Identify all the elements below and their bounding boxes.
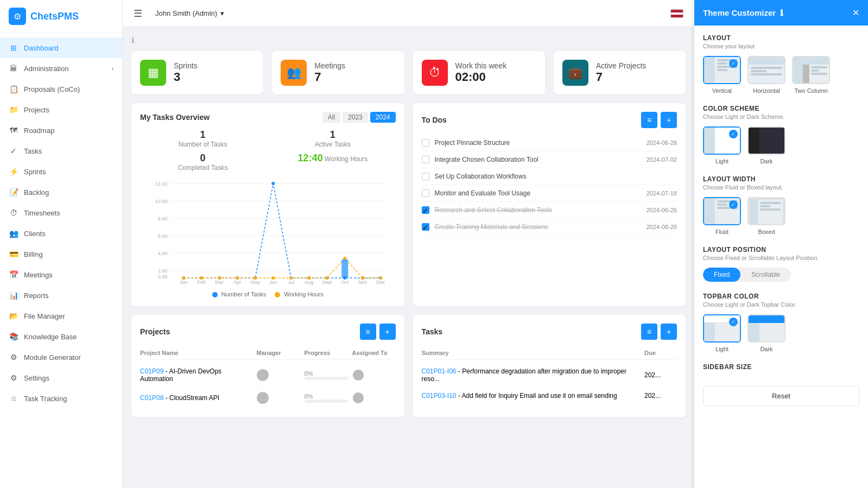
language-flag[interactable]: [670, 9, 683, 18]
task-link-1[interactable]: C01P03-I10: [422, 392, 457, 400]
sidebar-item-timesheets[interactable]: ⏱ Timesheets: [0, 202, 122, 223]
todo-item-4: Monitor and Evaluate Tool Usage 2024-07-…: [422, 185, 677, 202]
topbar-dark[interactable]: Dark: [747, 314, 785, 352]
layout-two-column[interactable]: Two Column: [792, 56, 830, 94]
svg-text:Mar: Mar: [216, 280, 224, 285]
sidebar-item-backlog[interactable]: 📝 Backlog: [0, 182, 122, 202]
layout-position-desc: Choose Fixed or Scrollable Layout Positi…: [703, 255, 859, 261]
sidebar-item-roadmap[interactable]: 🗺 Roadmap: [0, 120, 122, 141]
todos-panel: To Dos ≡ + Project Pinnacle Structure 20…: [413, 103, 686, 306]
tasks-list-btn[interactable]: ≡: [641, 324, 657, 340]
position-scrollable-btn[interactable]: Scrollable: [740, 268, 791, 282]
todos-title: To Dos: [422, 116, 447, 124]
col-project-name: Project Name: [140, 350, 252, 356]
stat-icon-active-projects: 💼: [562, 60, 588, 86]
project-progress-1: 0%: [305, 393, 348, 403]
hamburger-icon[interactable]: ☰: [134, 8, 142, 20]
nav-label-dashboard: Dashboard: [24, 44, 59, 52]
stat-info-work-week: Work this week 02:00: [455, 61, 507, 84]
sidebar-nav: ⊞ Dashboard 🏛 Administration ›📋 Proposal…: [0, 33, 122, 488]
sidebar-item-settings[interactable]: ⚙ Settings: [0, 367, 122, 388]
todo-checkbox-1[interactable]: [422, 139, 429, 147]
projects-add-btn[interactable]: +: [379, 324, 396, 340]
projects-title: Projects: [140, 327, 170, 336]
layout-vertical[interactable]: ✓ Vertical: [703, 56, 741, 94]
projects-list-btn[interactable]: ≡: [360, 324, 376, 340]
sidebar-item-dashboard[interactable]: ⊞ Dashboard: [0, 37, 122, 58]
todo-checkbox-4[interactable]: [422, 189, 429, 197]
tasks-tab-2024[interactable]: 2024: [370, 112, 396, 123]
sidebar-item-projects[interactable]: 📁 Projects: [0, 99, 122, 120]
layout-horizontal[interactable]: Horizontal: [747, 56, 785, 94]
sidebar-item-task-tracking[interactable]: ☆ Task Tracking: [0, 388, 122, 409]
theme-close-button[interactable]: ✕: [852, 8, 859, 18]
nav-label-administration: Administration: [24, 65, 68, 73]
main-content: ☰ John Smith (Admin) ▾ ℹ ▦ Sprints 3 👥 M…: [123, 0, 694, 488]
tasks-tab-2023[interactable]: 2023: [343, 112, 368, 123]
user-menu[interactable]: John Smith (Admin) ▾: [155, 9, 224, 17]
project-name-0: C01P09 - AI-Driven DevOps Automation: [140, 367, 252, 383]
stat-info-meetings: Meetings 7: [314, 61, 345, 84]
nav-icon-projects: 📁: [9, 105, 18, 115]
nav-label-roadmap: Roadmap: [24, 126, 54, 135]
topbar-color-section: TOPBAR COLOR Choose Light or Dark Topbar…: [703, 293, 859, 352]
layout-two-column-box: [792, 56, 830, 84]
width-boxed[interactable]: Boxed: [747, 197, 785, 235]
svg-point-40: [236, 276, 239, 280]
todo-checkbox-3[interactable]: [422, 173, 429, 180]
tasks-add-btn[interactable]: +: [661, 324, 677, 340]
layout-vertical-label: Vertical: [712, 87, 732, 94]
project-link-0[interactable]: C01P09: [140, 367, 163, 375]
todo-date-1: 2024-06-28: [647, 140, 677, 146]
topbar-light[interactable]: ✓ Light: [703, 314, 741, 352]
sidebar-item-administration[interactable]: 🏛 Administration ›: [0, 58, 122, 79]
scheme-light-check: ✓: [729, 130, 738, 138]
topbar-color-options: ✓ Light: [703, 314, 859, 352]
scheme-light[interactable]: ✓ Light: [703, 126, 741, 164]
todo-checkbox-2[interactable]: [422, 156, 429, 163]
reset-button[interactable]: Reset: [703, 386, 859, 406]
nav-icon-backlog: 📝: [9, 187, 18, 197]
projects-table-header: Project Name Manager Progress Assigned T…: [140, 346, 396, 360]
project-name-1: C01P08 - CloudStream API: [140, 394, 252, 402]
svg-text:Nov: Nov: [358, 280, 368, 285]
scheme-light-label: Light: [715, 158, 728, 164]
stat-info-sprints: Sprints 3: [174, 61, 198, 84]
todo-list-btn[interactable]: ≡: [641, 112, 657, 128]
sidebar-item-meetings[interactable]: 📅 Meetings: [0, 264, 122, 285]
todo-add-btn[interactable]: +: [661, 112, 677, 128]
width-fluid[interactable]: ✓ Fluid: [703, 197, 741, 235]
nav-label-module-generator: Module Generator: [24, 353, 81, 362]
layout-horizontal-box: [747, 56, 785, 84]
sidebar-item-billing[interactable]: 💳 Billing: [0, 244, 122, 264]
num-tasks-stat: 1 Number of Tasks: [140, 129, 265, 148]
project-link-1[interactable]: C01P08: [140, 394, 163, 402]
layout-options: ✓ Vertical: [703, 56, 859, 94]
position-fixed-btn[interactable]: Fixed: [703, 268, 740, 282]
sidebar-item-module-generator[interactable]: ⚙ Module Generator: [0, 347, 122, 367]
topbar-color-title: TOPBAR COLOR: [703, 293, 859, 300]
position-toggle: Fixed Scrollable: [703, 268, 791, 282]
completed-tasks-label: Completed Tasks: [178, 164, 228, 172]
working-hours-label: Working Hours: [325, 155, 368, 163]
tasks-tabs: All20232024: [322, 112, 396, 123]
task-summary-0: C01P01-I06 - Performance degradation aft…: [422, 367, 641, 383]
user-name: John Smith (Admin): [155, 9, 217, 17]
todo-checkbox-6[interactable]: ✓: [422, 223, 429, 231]
stat-icon-sprints: ▦: [140, 60, 166, 86]
todo-checkbox-5[interactable]: ✓: [422, 206, 429, 214]
sidebar-item-proposals[interactable]: 📋 Proposals (CoCo): [0, 79, 122, 99]
svg-text:8.00: 8.00: [158, 216, 168, 221]
sidebar-item-tasks[interactable]: ✓ Tasks: [0, 141, 122, 161]
sidebar-item-sprints[interactable]: ⚡ Sprints: [0, 161, 122, 182]
sidebar-logo: ⚙ ChetsPMS: [0, 0, 122, 33]
sidebar-item-clients[interactable]: 👥 Clients: [0, 223, 122, 244]
task-link-0[interactable]: C01P01-I06: [422, 367, 457, 375]
sidebar-item-reports[interactable]: 📊 Reports: [0, 285, 122, 306]
layout-desc: Choose your layout: [703, 43, 859, 49]
sidebar-item-file-manager[interactable]: 📂 File Manager: [0, 306, 122, 326]
scheme-dark[interactable]: Dark: [747, 126, 785, 164]
layout-vertical-box: ✓: [703, 56, 741, 84]
sidebar-item-knowledge-base[interactable]: 📚 Knowledge Base: [0, 326, 122, 347]
tasks-tab-all[interactable]: All: [322, 112, 340, 123]
